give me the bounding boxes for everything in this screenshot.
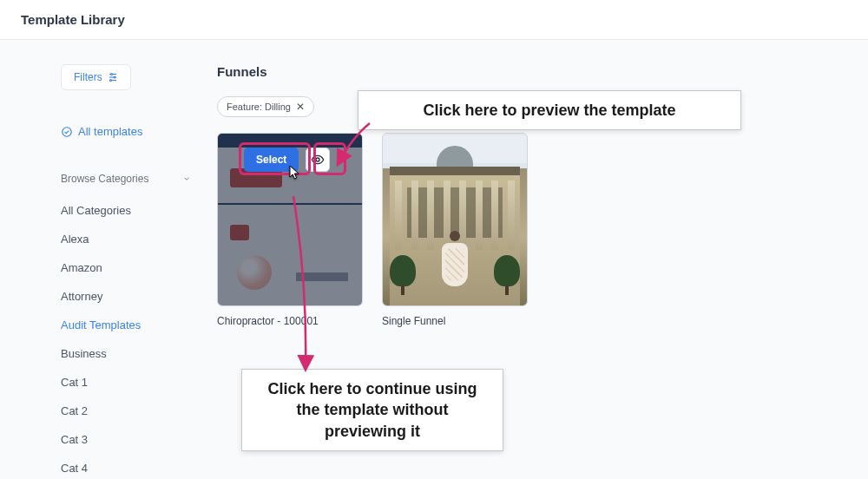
template-title: Chiropractor - 100001	[217, 315, 363, 327]
filter-chip[interactable]: Feature: Dilling ✕	[217, 96, 314, 117]
sliders-icon	[108, 72, 118, 82]
category-item[interactable]: Cat 3	[61, 433, 200, 446]
browse-categories-toggle[interactable]: Browse Categories	[61, 173, 191, 185]
svg-point-7	[316, 158, 319, 161]
category-item[interactable]: All Categories	[61, 204, 200, 217]
page-title: Template Library	[21, 12, 847, 27]
category-item[interactable]: Cat 1	[61, 376, 200, 389]
svg-point-5	[109, 80, 111, 82]
annotation-callout-select: Click here to continue using the templat…	[241, 369, 503, 451]
category-item[interactable]: Cat 2	[61, 404, 200, 417]
chevron-down-icon	[182, 174, 191, 183]
all-templates-link[interactable]: All templates	[61, 125, 200, 138]
category-item[interactable]: Alexa	[61, 233, 200, 246]
category-item[interactable]: Attorney	[61, 290, 200, 303]
section-title: Funnels	[217, 64, 868, 79]
check-circle-icon	[61, 126, 73, 138]
category-item[interactable]: Amazon	[61, 261, 200, 274]
category-item[interactable]: Business	[61, 347, 200, 360]
category-item[interactable]: Audit Templates	[61, 318, 200, 331]
sidebar: Filters All templates Browse Categories …	[0, 64, 200, 479]
eye-icon	[311, 153, 325, 167]
preview-button[interactable]	[306, 148, 330, 172]
svg-point-6	[62, 127, 72, 136]
template-cards: Select Chiropractor - 100001	[217, 133, 868, 327]
svg-point-1	[110, 74, 112, 75]
page-header: Template Library	[0, 0, 868, 40]
svg-point-3	[114, 76, 115, 78]
close-icon[interactable]: ✕	[296, 101, 305, 113]
template-title: Single Funnel	[382, 315, 528, 327]
template-card[interactable]: Single Funnel	[382, 133, 528, 327]
template-thumbnail	[382, 133, 528, 306]
annotation-callout-preview: Click here to preview the template	[358, 90, 741, 130]
category-item[interactable]: Cat 4	[61, 462, 200, 475]
filters-button[interactable]: Filters	[61, 64, 131, 90]
template-card[interactable]: Select Chiropractor - 100001	[217, 133, 363, 327]
browse-categories-label: Browse Categories	[61, 173, 148, 185]
template-thumbnail: Select	[217, 133, 363, 306]
overlay-actions: Select	[244, 148, 330, 172]
filters-label: Filters	[74, 71, 102, 83]
category-list: All Categories Alexa Amazon Attorney Aud…	[61, 204, 200, 479]
filter-chip-label: Feature: Dilling	[227, 102, 291, 112]
select-button[interactable]: Select	[244, 148, 299, 172]
all-templates-label: All templates	[78, 125, 142, 138]
